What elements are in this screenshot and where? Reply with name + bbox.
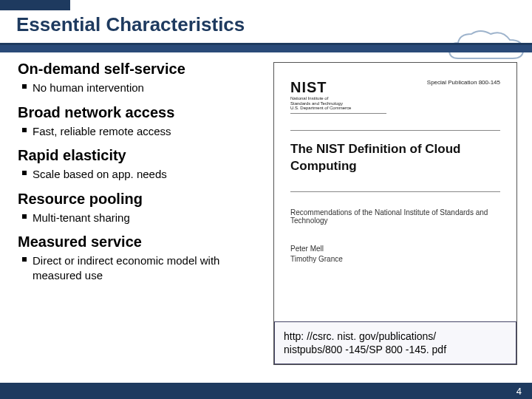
content-column: On-demand self-service No human interven… — [18, 61, 262, 284]
section-head: On-demand self-service — [18, 61, 262, 78]
divider — [290, 191, 500, 192]
slide: Essential Characteristics On-demand self… — [0, 0, 532, 399]
slide-title: Essential Characteristics — [16, 13, 245, 36]
publication-number: Special Publication 800-145 — [427, 79, 500, 86]
footer-bar: 4 — [0, 383, 532, 399]
document-subtitle: Recommendations of the National Institut… — [290, 208, 500, 225]
document-title: The NIST Definition of Cloud Computing — [290, 141, 500, 175]
nist-logo-subtext: National Institute of — [290, 96, 328, 100]
nist-logo-text: NIST — [290, 79, 386, 96]
bullet-item: Multi-tenant sharing — [18, 211, 262, 225]
document-cover: NIST National Institute of Standards and… — [274, 63, 516, 321]
page-number: 4 — [516, 386, 522, 397]
section-head: Rapid elasticity — [18, 147, 262, 164]
top-accent-bar — [0, 0, 70, 10]
nist-logo-subtext: U.S. Department of Commerce — [290, 106, 351, 110]
bullet-item: Fast, reliable remote access — [18, 124, 262, 139]
section-head: Measured service — [18, 233, 262, 250]
document-authors: Peter Mell Timothy Grance — [290, 244, 500, 265]
section-head: Resource pooling — [18, 191, 262, 208]
document-figure: NIST National Institute of Standards and… — [273, 62, 517, 365]
nist-logo: NIST National Institute of Standards and… — [290, 79, 386, 114]
url-caption: http: //csrc. nist. gov/publications/ ni… — [274, 321, 516, 364]
bullet-item: No human intervention — [18, 81, 262, 95]
section-head: Broad network access — [18, 104, 262, 121]
title-rule-thick — [0, 45, 532, 52]
bullet-item: Direct or indirect economic model with m… — [18, 253, 262, 282]
divider — [290, 130, 500, 131]
nist-logo-subtext: Standards and Technology — [290, 101, 343, 106]
bullet-item: Scale based on app. needs — [18, 167, 262, 182]
